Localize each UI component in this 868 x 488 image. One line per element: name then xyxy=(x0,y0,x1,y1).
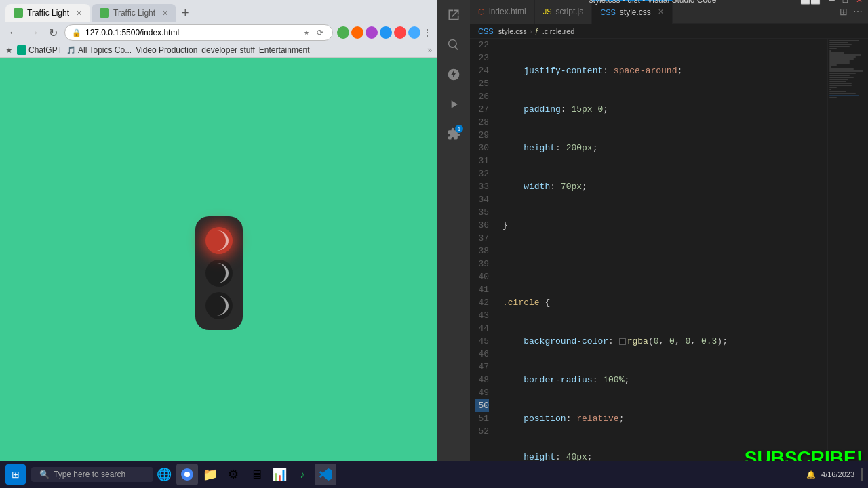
breadcrumb-separator: › xyxy=(530,27,532,35)
menu-button[interactable]: ⋮ xyxy=(422,27,432,38)
code-line-23: padding: 15px 0; xyxy=(502,103,827,116)
code-editor: 22 23 24 25 26 27 28 29 30 31 32 33 xyxy=(470,39,868,488)
star-icon[interactable]: ★ xyxy=(301,27,312,38)
vscode-window-controls: ⬜⬜ ─ □ ✕ xyxy=(800,0,863,5)
vscode-maximize[interactable]: □ xyxy=(843,0,848,5)
vscode-layout: 1 xyxy=(437,0,868,488)
start-button[interactable]: ⊞ xyxy=(5,464,26,485)
style-css-close[interactable]: ✕ xyxy=(658,7,664,16)
taskbar-app-settings[interactable]: ⚙ xyxy=(222,464,244,485)
taskbar-app-chrome[interactable] xyxy=(176,464,198,485)
breadcrumb: CSS style.css › ƒ .circle.red xyxy=(470,24,868,39)
lock-icon: 🔒 xyxy=(72,28,81,37)
address-icons: ★ ⟳ xyxy=(301,27,326,38)
browser-tab-1[interactable]: Traffic Light ✕ xyxy=(5,4,90,22)
ext-icon-1[interactable] xyxy=(337,26,349,39)
traffic-light xyxy=(195,216,243,330)
activity-git[interactable] xyxy=(444,65,463,84)
profile-icon[interactable] xyxy=(408,26,420,39)
taskbar-show-desktop[interactable] xyxy=(860,468,863,481)
red-light xyxy=(205,227,233,254)
taskbar-app-excel[interactable]: 📊 xyxy=(269,464,290,485)
activity-extensions[interactable]: 1 xyxy=(444,125,463,144)
browser-tab-2[interactable]: Traffic Light ✕ xyxy=(92,4,176,22)
browser-tab-1-label: Traffic Light xyxy=(27,8,69,18)
reload-button[interactable]: ↻ xyxy=(46,25,60,41)
code-line-25: width: 70px; xyxy=(502,180,827,193)
taskbar-notification[interactable]: 🔔 xyxy=(806,470,816,479)
tiktok-icon: 🎵 xyxy=(66,46,76,55)
bookmarks-more[interactable]: » xyxy=(427,45,432,55)
activity-search[interactable] xyxy=(444,35,463,54)
editor-tab-actions: ⊞ ⋯ xyxy=(840,6,868,17)
activity-bar: 1 xyxy=(437,0,470,488)
refresh-icon[interactable]: ⟳ xyxy=(315,27,326,38)
bookmark-icon: ★ xyxy=(5,45,13,55)
taskbar-right: 🔔 4/16/2023 xyxy=(806,468,863,481)
editor-area: ⬡ index.html JS script.js CSS style.css … xyxy=(470,0,868,488)
js-icon: JS xyxy=(543,7,552,16)
tab-favicon-1 xyxy=(14,8,23,18)
minimap-content xyxy=(828,39,868,100)
taskbar-app-terminal[interactable]: 🖥 xyxy=(245,464,267,485)
html-icon: ⬡ xyxy=(478,7,485,16)
ext-icon-5[interactable] xyxy=(394,26,406,39)
new-tab-button[interactable]: + xyxy=(178,6,193,20)
yellow-light xyxy=(205,260,233,287)
split-editor-icon[interactable]: ⊞ xyxy=(840,6,848,17)
bookmarks-bar: ★ ChatGPT 🎵 All Topics Co... Video Produ… xyxy=(0,43,437,58)
browser-tab-2-close[interactable]: ✕ xyxy=(162,9,168,18)
taskbar-app-cortana[interactable]: 🌐 xyxy=(153,464,175,485)
taskbar-app-music[interactable]: ♪ xyxy=(292,464,313,485)
breadcrumb-file[interactable]: CSS style.css xyxy=(478,27,527,35)
forward-button[interactable]: → xyxy=(26,25,42,40)
css-icon: CSS xyxy=(600,8,616,16)
green-light xyxy=(205,292,233,319)
address-input[interactable] xyxy=(85,28,297,37)
vscode-panel: style.css - dist - Visual Studio Code ⬜⬜… xyxy=(437,0,868,488)
breadcrumb-selector-icon: ƒ xyxy=(535,27,539,35)
line-numbers: 22 23 24 25 26 27 28 29 30 31 32 33 xyxy=(470,39,500,488)
chatgpt-icon xyxy=(17,45,26,55)
search-icon: 🔍 xyxy=(39,470,50,479)
browser-extension-icons: ⋮ xyxy=(337,26,432,39)
more-actions-icon[interactable]: ⋯ xyxy=(853,6,863,17)
vscode-split-editor[interactable]: ⬜⬜ xyxy=(800,0,821,5)
taskbar-search-label: Type here to search xyxy=(54,470,125,479)
bookmark-entertainment[interactable]: Entertainment xyxy=(259,45,310,55)
bookmark-developer[interactable]: developer stuff xyxy=(201,45,255,55)
vscode-close[interactable]: ✕ xyxy=(856,0,863,5)
code-line-24: height: 200px; xyxy=(502,142,827,155)
activity-run[interactable] xyxy=(444,95,463,114)
bookmark-alltopics[interactable]: 🎵 All Topics Co... xyxy=(66,45,132,55)
ext-icon-4[interactable] xyxy=(380,26,392,39)
activity-explorer[interactable] xyxy=(444,5,463,24)
address-input-wrap[interactable]: 🔒 ★ ⟳ xyxy=(64,24,333,41)
browser-panel: Traffic Light ✕ Traffic Light ✕ + ← → ↻ … xyxy=(0,0,437,488)
back-button[interactable]: ← xyxy=(5,25,22,40)
code-line-22: justify-content: space-around; xyxy=(502,64,827,77)
vscode-minimize[interactable]: ─ xyxy=(829,0,835,5)
tab-script-js[interactable]: JS script.js xyxy=(535,0,593,24)
code-line-29: background-color: rgba(0, 0, 0, 0.3); xyxy=(502,335,827,348)
bookmark-chatgpt[interactable]: ChatGPT xyxy=(17,45,62,55)
ext-icon-2[interactable] xyxy=(351,26,363,39)
code-line-30: border-radius: 100%; xyxy=(502,373,827,386)
address-bar: ← → ↻ 🔒 ★ ⟳ ⋮ xyxy=(0,22,437,43)
taskbar-app-vscode[interactable] xyxy=(315,464,336,485)
code-line-28: .circle { xyxy=(502,296,827,309)
browser-tab-1-close[interactable]: ✕ xyxy=(76,9,82,18)
taskbar-search[interactable]: 🔍 Type here to search xyxy=(31,467,153,482)
tab-index-html[interactable]: ⬡ index.html xyxy=(470,0,535,24)
bookmark-videoproduction[interactable]: Video Production xyxy=(136,45,197,55)
ext-icon-3[interactable] xyxy=(366,26,378,39)
breadcrumb-selector[interactable]: ƒ .circle.red xyxy=(535,27,575,35)
vscode-title: style.css - dist - Visual Studio Code xyxy=(589,0,717,5)
browser-tab-2-label: Traffic Light xyxy=(113,8,155,18)
browser-content xyxy=(0,58,437,488)
taskbar-pinned-apps: 🌐 📁 ⚙ 🖥 📊 ♪ xyxy=(153,464,336,485)
taskbar-app-file-explorer[interactable]: 📁 xyxy=(199,464,221,485)
extensions-badge: 1 xyxy=(455,125,463,133)
os-taskbar: ⊞ 🔍 Type here to search 🌐 📁 ⚙ 🖥 📊 ♪ 🔔 4/… xyxy=(0,461,868,488)
code-content[interactable]: justify-content: space-around; padding: … xyxy=(500,39,827,488)
